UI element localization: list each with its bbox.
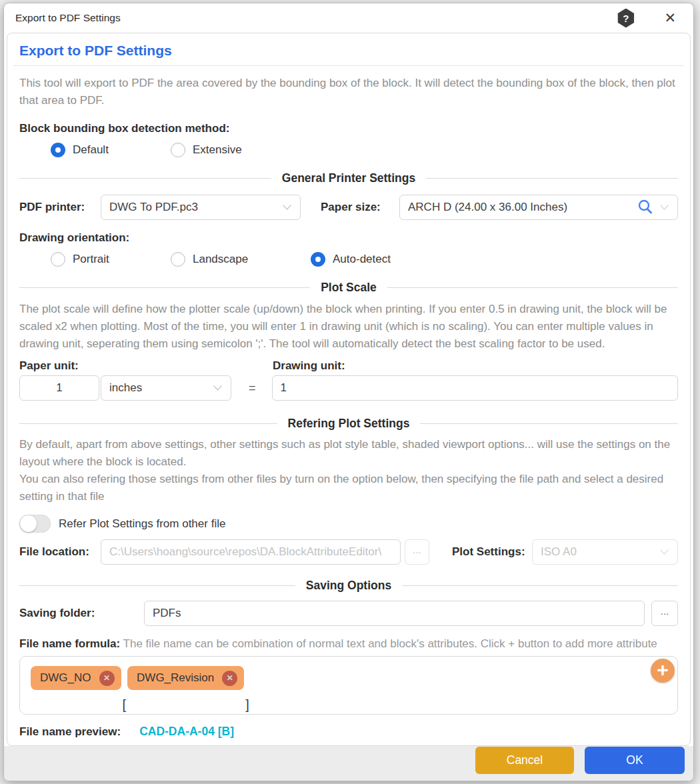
search-icon[interactable]: [637, 199, 654, 216]
radio-landscape[interactable]: Landscape: [171, 252, 311, 267]
attribute-chip-dwg-no[interactable]: DWG_NO ✕: [31, 666, 121, 690]
bracket-open: [: [123, 697, 127, 713]
file-location-label: File location:: [19, 545, 101, 559]
refering-description-2: You can also refering those settings fro…: [19, 471, 678, 505]
formula-label: File name formula:: [19, 637, 120, 650]
pdf-printer-label: PDF printer:: [19, 201, 101, 214]
file-location-input[interactable]: [101, 539, 401, 565]
radio-default[interactable]: Default: [51, 143, 171, 157]
unit-labels-row: Paper unit: Drawing unit:: [19, 359, 678, 373]
paper-unit-kind-select[interactable]: inches: [101, 375, 231, 401]
file-location-browse-button[interactable]: ...: [405, 539, 429, 565]
refering-section-title: Refering Plot Settings: [277, 417, 421, 431]
drawing-unit-input[interactable]: [272, 375, 678, 401]
preview-label: File name preview:: [19, 725, 121, 739]
radio-landscape-circle[interactable]: [171, 252, 185, 267]
radio-extensive-circle[interactable]: [171, 143, 185, 157]
formula-hint: The file name can be combination of norm…: [123, 637, 657, 650]
divider: [426, 178, 678, 179]
paper-unit-label: Paper unit:: [19, 359, 273, 373]
radio-auto-detect-circle[interactable]: [311, 252, 325, 267]
refer-plot-settings-toggle[interactable]: [19, 515, 51, 533]
chip-label: DWG_Revision: [137, 671, 214, 685]
divider: [13, 65, 684, 66]
plot-scale-section-header: Plot Scale: [19, 281, 678, 295]
radio-extensive-label: Extensive: [193, 143, 242, 157]
refer-toggle-label: Refer Plot Settings from other file: [59, 517, 225, 531]
divider: [420, 423, 678, 424]
attribute-chip-dwg-revision[interactable]: DWG_Revision ✕: [127, 666, 244, 690]
remove-chip-icon[interactable]: ✕: [99, 671, 115, 686]
detection-method-label: Block bounding box detection method:: [19, 122, 678, 135]
divider: [402, 585, 678, 586]
intro-text: This tool will export to PDF the area co…: [19, 75, 678, 109]
saving-folder-input[interactable]: [144, 601, 645, 626]
refer-toggle-row: Refer Plot Settings from other file: [19, 515, 678, 533]
equals-sign: =: [249, 381, 256, 395]
pdf-printer-select[interactable]: DWG To PDF.pc3: [101, 195, 301, 220]
chevron-down-icon: [659, 549, 669, 555]
export-to-pdf-dialog: Export to PDF Settings ? ✕ Export to PDF…: [3, 3, 694, 781]
add-attribute-button[interactable]: +: [651, 659, 675, 683]
printer-section-header: General Printer Settings: [19, 171, 678, 185]
detection-method-options: Default Extensive: [51, 143, 684, 157]
refering-description-1: By default, apart from above settings, o…: [19, 436, 678, 471]
saving-folder-row: Saving folder: ...: [19, 601, 678, 626]
paper-unit-input[interactable]: [19, 375, 99, 401]
window-title: Export to PDF Settings: [15, 12, 617, 24]
paper-size-value: ARCH D (24.00 x 36.00 Inches): [408, 201, 567, 214]
pdf-printer-value: DWG To PDF.pc3: [109, 201, 198, 214]
radio-portrait-circle[interactable]: [51, 252, 65, 267]
dialog-footer: Cancel OK: [4, 746, 693, 781]
title-bar: Export to PDF Settings ? ✕: [4, 3, 693, 33]
paper-size-label: Paper size:: [321, 201, 399, 214]
radio-extensive[interactable]: Extensive: [171, 143, 242, 157]
chip-label: DWG_NO: [40, 671, 91, 685]
printer-section-title: General Printer Settings: [271, 171, 426, 185]
saving-section-title: Saving Options: [295, 579, 402, 593]
plot-scale-title: Plot Scale: [310, 281, 387, 295]
paper-unit-kind-value: inches: [109, 381, 142, 395]
radio-portrait[interactable]: Portrait: [51, 252, 171, 267]
printer-row: PDF printer: DWG To PDF.pc3 Paper size: …: [19, 195, 678, 220]
radio-portrait-label: Portrait: [73, 253, 109, 266]
plot-settings-label: Plot Settings:: [452, 545, 532, 559]
formula-label-row: File name formula: The file name can be …: [19, 636, 678, 652]
divider: [19, 287, 310, 288]
saving-folder-label: Saving folder:: [19, 607, 144, 620]
divider: [19, 423, 277, 424]
file-location-row: File location: ... Plot Settings: ISO A0: [19, 539, 678, 565]
refering-section-header: Refering Plot Settings: [19, 417, 678, 431]
chevron-down-icon: [282, 204, 292, 211]
chevron-down-icon: [659, 204, 669, 211]
orientation-label: Drawing orientation:: [19, 231, 678, 245]
drawing-unit-label: Drawing unit:: [273, 359, 345, 373]
radio-auto-detect-label: Auto-detect: [333, 253, 391, 266]
close-icon[interactable]: ✕: [660, 9, 680, 27]
formula-box[interactable]: DWG_NO ✕ [ DWG_Revision ✕ ] +: [19, 656, 678, 715]
plot-settings-value: ISO A0: [541, 545, 577, 559]
page-title: Export to PDF Settings: [13, 40, 684, 65]
preview-value: CAD-DA-A-04 [B]: [139, 725, 234, 739]
bracket-close: ]: [245, 697, 249, 713]
help-icon[interactable]: ?: [617, 9, 635, 28]
dialog-content: Export to PDF Settings This tool will ex…: [7, 33, 691, 746]
unit-values-row: inches =: [19, 375, 678, 401]
radio-default-label: Default: [73, 143, 109, 157]
radio-auto-detect[interactable]: Auto-detect: [311, 252, 391, 267]
divider: [19, 178, 271, 179]
plot-scale-description: The plot scale will define how the plott…: [19, 301, 678, 353]
saving-section-header: Saving Options: [19, 579, 678, 593]
remove-chip-icon[interactable]: ✕: [222, 671, 237, 686]
ok-button[interactable]: OK: [585, 747, 685, 774]
plot-settings-select[interactable]: ISO A0: [532, 539, 678, 565]
preview-row: File name preview: CAD-DA-A-04 [B]: [19, 725, 678, 739]
toggle-knob: [20, 515, 37, 532]
divider: [19, 585, 295, 586]
orientation-options: Portrait Landscape Auto-detect: [51, 252, 684, 267]
chevron-down-icon: [213, 385, 223, 391]
paper-size-select[interactable]: ARCH D (24.00 x 36.00 Inches): [399, 195, 678, 220]
radio-default-circle[interactable]: [51, 143, 65, 157]
saving-folder-browse-button[interactable]: ...: [651, 601, 678, 626]
cancel-button[interactable]: Cancel: [475, 747, 574, 774]
